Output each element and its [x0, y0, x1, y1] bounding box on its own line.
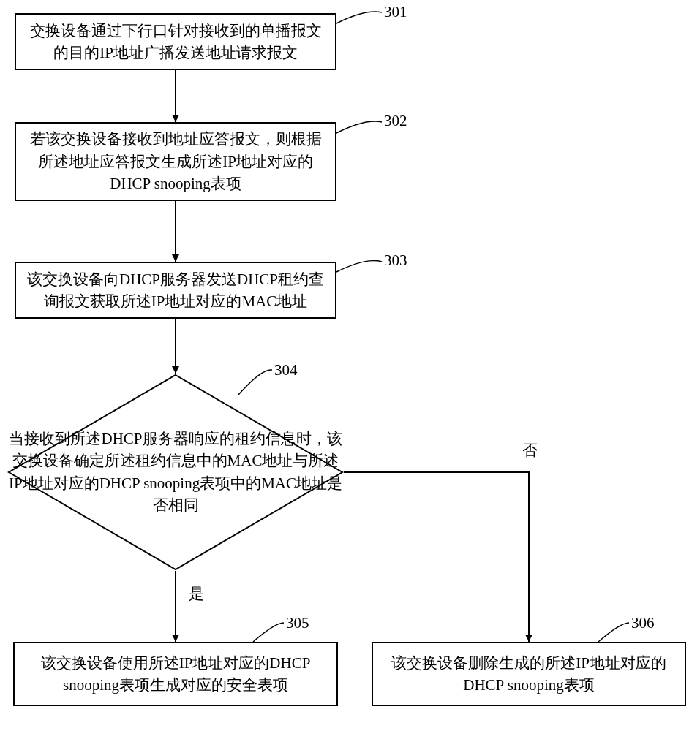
step-301-text: 交换设备通过下行口针对接收到的单播报文的目的IP地址广播发送地址请求报文: [26, 20, 325, 64]
step-302-number: 302: [384, 112, 407, 130]
step-304-text: 当接收到所述DHCP服务器响应的租约信息时，该交换设备确定所述租约信息中的MAC…: [7, 428, 344, 517]
branch-no-label: 否: [522, 440, 538, 461]
flow-connectors: [0, 0, 700, 731]
step-303-box: 该交换设备向DHCP服务器发送DHCP租约查询报文获取所述IP地址对应的MAC地…: [15, 262, 336, 319]
step-302-box: 若该交换设备接收到地址应答报文，则根据所述地址应答报文生成所述IP地址对应的DH…: [15, 122, 336, 201]
branch-yes-label: 是: [189, 583, 204, 604]
step-301-number: 301: [384, 3, 407, 21]
step-305-box: 该交换设备使用所述IP地址对应的DHCP snooping表项生成对应的安全表项: [13, 642, 338, 706]
step-302-text: 若该交换设备接收到地址应答报文，则根据所述地址应答报文生成所述IP地址对应的DH…: [26, 128, 325, 194]
step-304-number: 304: [274, 361, 298, 379]
step-303-text: 该交换设备向DHCP服务器发送DHCP租约查询报文获取所述IP地址对应的MAC地…: [26, 268, 325, 313]
step-305-number: 305: [286, 614, 309, 632]
step-303-number: 303: [384, 251, 407, 270]
step-305-text: 该交换设备使用所述IP地址对应的DHCP snooping表项生成对应的安全表项: [25, 652, 326, 697]
step-306-number: 306: [631, 614, 655, 632]
step-301-box: 交换设备通过下行口针对接收到的单播报文的目的IP地址广播发送地址请求报文: [15, 13, 336, 70]
step-306-text: 该交换设备删除生成的所述IP地址对应的DHCP snooping表项: [383, 652, 674, 697]
step-304-decision: 当接收到所述DHCP服务器响应的租约信息时，该交换设备确定所述租约信息中的MAC…: [7, 374, 344, 571]
step-306-box: 该交换设备删除生成的所述IP地址对应的DHCP snooping表项: [372, 642, 686, 706]
